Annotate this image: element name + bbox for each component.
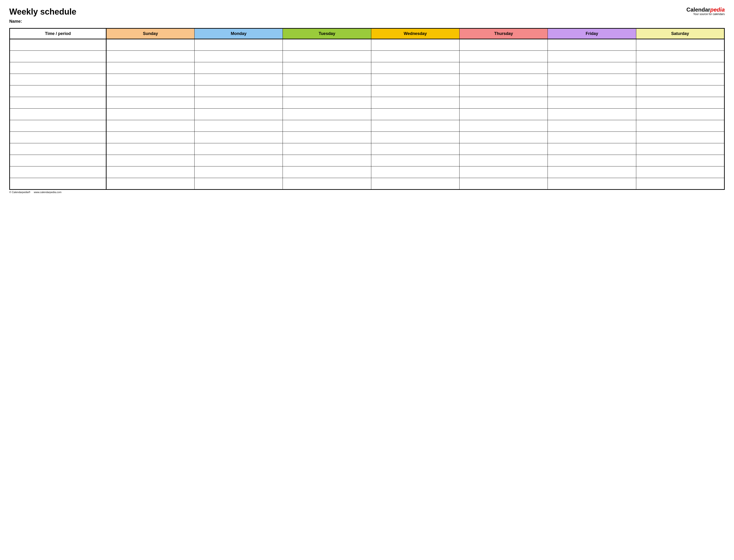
schedule-cell[interactable]: [636, 97, 724, 109]
schedule-cell[interactable]: [460, 178, 548, 190]
schedule-cell[interactable]: [460, 85, 548, 97]
schedule-cell[interactable]: [194, 109, 283, 120]
schedule-cell[interactable]: [371, 166, 459, 178]
schedule-cell[interactable]: [106, 120, 194, 132]
time-cell[interactable]: [10, 85, 106, 97]
schedule-cell[interactable]: [460, 97, 548, 109]
time-cell[interactable]: [10, 120, 106, 132]
schedule-cell[interactable]: [283, 85, 371, 97]
time-cell[interactable]: [10, 97, 106, 109]
schedule-cell[interactable]: [548, 62, 636, 74]
schedule-cell[interactable]: [460, 39, 548, 51]
schedule-cell[interactable]: [371, 85, 459, 97]
schedule-cell[interactable]: [106, 143, 194, 155]
schedule-cell[interactable]: [371, 51, 459, 62]
schedule-cell[interactable]: [548, 97, 636, 109]
schedule-cell[interactable]: [460, 120, 548, 132]
schedule-cell[interactable]: [106, 39, 194, 51]
schedule-cell[interactable]: [106, 109, 194, 120]
time-cell[interactable]: [10, 178, 106, 190]
schedule-cell[interactable]: [460, 109, 548, 120]
time-cell[interactable]: [10, 155, 106, 166]
schedule-cell[interactable]: [548, 166, 636, 178]
schedule-cell[interactable]: [371, 155, 459, 166]
schedule-cell[interactable]: [283, 178, 371, 190]
schedule-cell[interactable]: [371, 143, 459, 155]
schedule-cell[interactable]: [106, 74, 194, 85]
schedule-cell[interactable]: [194, 155, 283, 166]
schedule-cell[interactable]: [371, 120, 459, 132]
schedule-cell[interactable]: [548, 51, 636, 62]
schedule-cell[interactable]: [283, 109, 371, 120]
schedule-cell[interactable]: [460, 51, 548, 62]
schedule-cell[interactable]: [548, 120, 636, 132]
schedule-cell[interactable]: [106, 51, 194, 62]
schedule-cell[interactable]: [194, 62, 283, 74]
schedule-cell[interactable]: [636, 120, 724, 132]
schedule-cell[interactable]: [194, 120, 283, 132]
schedule-cell[interactable]: [460, 74, 548, 85]
schedule-cell[interactable]: [636, 109, 724, 120]
schedule-cell[interactable]: [636, 155, 724, 166]
schedule-cell[interactable]: [106, 97, 194, 109]
schedule-cell[interactable]: [371, 109, 459, 120]
schedule-cell[interactable]: [371, 39, 459, 51]
schedule-cell[interactable]: [460, 132, 548, 143]
schedule-cell[interactable]: [636, 143, 724, 155]
schedule-cell[interactable]: [283, 143, 371, 155]
schedule-cell[interactable]: [548, 155, 636, 166]
schedule-cell[interactable]: [283, 62, 371, 74]
schedule-cell[interactable]: [636, 74, 724, 85]
schedule-cell[interactable]: [371, 74, 459, 85]
schedule-cell[interactable]: [548, 178, 636, 190]
schedule-cell[interactable]: [548, 132, 636, 143]
schedule-cell[interactable]: [194, 178, 283, 190]
schedule-cell[interactable]: [371, 132, 459, 143]
schedule-cell[interactable]: [194, 166, 283, 178]
schedule-cell[interactable]: [548, 74, 636, 85]
schedule-cell[interactable]: [106, 85, 194, 97]
schedule-cell[interactable]: [636, 51, 724, 62]
schedule-cell[interactable]: [460, 155, 548, 166]
schedule-cell[interactable]: [460, 143, 548, 155]
schedule-cell[interactable]: [283, 97, 371, 109]
schedule-cell[interactable]: [283, 74, 371, 85]
schedule-cell[interactable]: [283, 51, 371, 62]
schedule-cell[interactable]: [194, 85, 283, 97]
schedule-cell[interactable]: [460, 166, 548, 178]
time-cell[interactable]: [10, 74, 106, 85]
schedule-cell[interactable]: [106, 62, 194, 74]
schedule-cell[interactable]: [548, 109, 636, 120]
schedule-cell[interactable]: [194, 74, 283, 85]
time-cell[interactable]: [10, 51, 106, 62]
schedule-cell[interactable]: [371, 62, 459, 74]
schedule-cell[interactable]: [283, 155, 371, 166]
schedule-cell[interactable]: [371, 178, 459, 190]
schedule-cell[interactable]: [636, 166, 724, 178]
time-cell[interactable]: [10, 166, 106, 178]
time-cell[interactable]: [10, 109, 106, 120]
time-cell[interactable]: [10, 132, 106, 143]
schedule-cell[interactable]: [636, 85, 724, 97]
schedule-cell[interactable]: [548, 39, 636, 51]
schedule-cell[interactable]: [106, 166, 194, 178]
schedule-cell[interactable]: [194, 51, 283, 62]
schedule-cell[interactable]: [283, 132, 371, 143]
schedule-cell[interactable]: [460, 62, 548, 74]
schedule-cell[interactable]: [194, 97, 283, 109]
schedule-cell[interactable]: [194, 143, 283, 155]
schedule-cell[interactable]: [283, 166, 371, 178]
time-cell[interactable]: [10, 39, 106, 51]
schedule-cell[interactable]: [636, 39, 724, 51]
schedule-cell[interactable]: [283, 120, 371, 132]
schedule-cell[interactable]: [106, 132, 194, 143]
schedule-cell[interactable]: [194, 132, 283, 143]
schedule-cell[interactable]: [636, 178, 724, 190]
schedule-cell[interactable]: [283, 39, 371, 51]
schedule-cell[interactable]: [106, 178, 194, 190]
time-cell[interactable]: [10, 143, 106, 155]
schedule-cell[interactable]: [371, 97, 459, 109]
time-cell[interactable]: [10, 62, 106, 74]
schedule-cell[interactable]: [548, 143, 636, 155]
schedule-cell[interactable]: [636, 132, 724, 143]
